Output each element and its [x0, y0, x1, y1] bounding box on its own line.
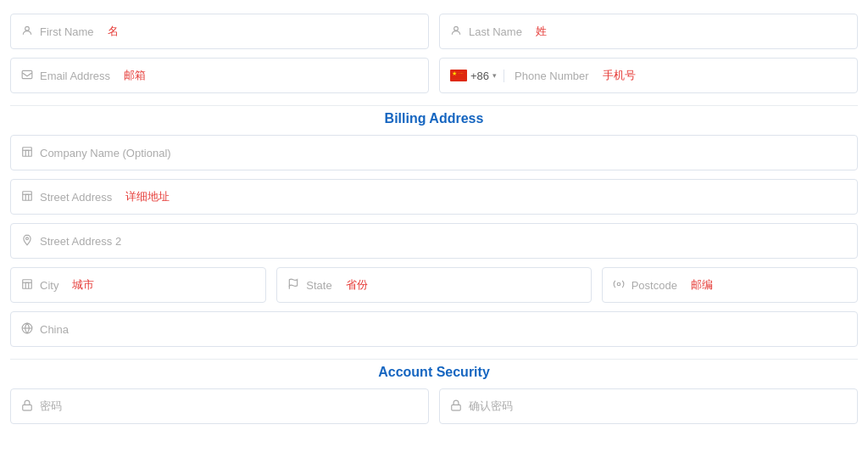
postcode-icon	[613, 278, 625, 293]
phone-field[interactable]: +86 ▾ Phone Number 手机号	[439, 58, 858, 93]
password-zh: 密码	[40, 399, 62, 414]
email-label: Email Address	[40, 70, 110, 82]
phone-prefix[interactable]: +86 ▾	[450, 70, 504, 82]
globe-icon	[21, 322, 33, 337]
country-field[interactable]: China	[10, 311, 858, 347]
email-phone-row: Email Address 邮箱 +86 ▾ Phone Number 手机号	[10, 58, 858, 93]
password-row: 密码 确认密码	[10, 388, 858, 424]
building-icon	[21, 146, 33, 160]
svg-rect-11	[23, 405, 32, 410]
phone-zh: 手机号	[603, 68, 636, 83]
name-row: First Name 名 Last Name 姓	[10, 14, 858, 49]
company-row: Company Name (Optional)	[10, 135, 858, 170]
street1-zh: 详细地址	[125, 189, 170, 204]
state-field[interactable]: State 省份	[276, 267, 591, 303]
first-name-field[interactable]: First Name 名	[10, 14, 429, 49]
svg-rect-4	[23, 191, 32, 200]
chevron-down-icon: ▾	[492, 71, 497, 80]
city-zh: 城市	[72, 277, 94, 293]
last-name-zh: 姓	[536, 24, 547, 39]
phone-label: Phone Number	[515, 70, 588, 82]
city-field[interactable]: City 城市	[10, 267, 266, 303]
lock-icon-2	[450, 399, 462, 414]
city-label: City	[40, 279, 58, 292]
postcode-field[interactable]: Postcode 邮编	[602, 267, 858, 303]
svg-point-0	[25, 26, 30, 31]
china-flag-icon	[450, 70, 467, 81]
street2-field[interactable]: Street Address 2	[10, 223, 858, 259]
svg-rect-3	[23, 147, 32, 156]
confirm-password-field[interactable]: 确认密码	[439, 388, 858, 424]
street1-row: Street Address 详细地址	[10, 179, 858, 215]
svg-rect-12	[452, 405, 461, 410]
city-state-postcode-row: City 城市 State 省份 Postcode 邮编	[10, 267, 858, 303]
street2-label: Street Address 2	[40, 235, 121, 248]
phone-code: +86	[470, 70, 489, 82]
street1-label: Street Address	[40, 191, 112, 204]
svg-rect-2	[22, 70, 32, 78]
pin-icon	[21, 234, 33, 249]
first-name-label: First Name	[40, 25, 94, 38]
security-section-title: Account Security	[10, 359, 858, 380]
company-field[interactable]: Company Name (Optional)	[10, 135, 858, 170]
country-row: China	[10, 311, 858, 347]
last-name-label: Last Name	[469, 25, 522, 38]
state-label: State	[306, 279, 331, 292]
state-zh: 省份	[346, 277, 368, 293]
company-label: Company Name (Optional)	[40, 147, 171, 159]
first-name-zh: 名	[108, 24, 119, 39]
lock-icon	[21, 399, 33, 414]
password-field[interactable]: 密码	[10, 388, 429, 424]
street1-field[interactable]: Street Address 详细地址	[10, 179, 858, 215]
street2-row: Street Address 2	[10, 223, 858, 259]
svg-point-8	[617, 282, 620, 286]
email-icon	[21, 69, 33, 83]
confirm-password-zh: 确认密码	[469, 399, 513, 414]
svg-point-5	[26, 237, 29, 239]
email-zh: 邮箱	[124, 68, 146, 83]
last-name-field[interactable]: Last Name 姓	[439, 14, 858, 49]
postcode-label: Postcode	[632, 279, 677, 292]
person-icon-2	[450, 25, 462, 39]
state-icon	[287, 278, 299, 293]
svg-point-1	[454, 26, 459, 31]
billing-section-title: Billing Address	[10, 105, 858, 126]
country-value: China	[40, 323, 69, 336]
map-icon	[21, 190, 33, 204]
email-field[interactable]: Email Address 邮箱	[10, 58, 429, 93]
postcode-zh: 邮编	[691, 277, 713, 293]
city-icon	[21, 278, 33, 293]
svg-rect-6	[23, 279, 32, 288]
person-icon	[21, 25, 33, 39]
